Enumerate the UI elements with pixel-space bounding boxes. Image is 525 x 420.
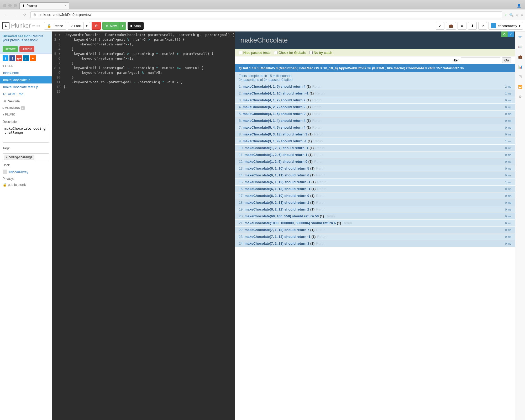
addthis-icon[interactable]: + (30, 55, 36, 61)
hide-passed-checkbox[interactable]: Hide passed tests (239, 51, 270, 55)
code-line[interactable]: -keyword">return -param">goal % -num">5; (64, 70, 234, 75)
filter-input[interactable] (461, 57, 500, 63)
minimize-window-icon[interactable] (8, 4, 12, 7)
fork-button[interactable]: ⑂Fork (68, 22, 83, 30)
browser-tab[interactable]: ⬇ Plunker × (19, 2, 69, 9)
rerun-link[interactable]: Rerun (312, 112, 322, 116)
test-row[interactable]: 13. makeChocolate(6, 1, 10) should retur… (235, 165, 515, 172)
test-row[interactable]: 19. makeChocolate(6, 2, 12) should retur… (235, 206, 515, 213)
rerun-link[interactable]: Rerun (314, 153, 323, 157)
code-line[interactable]: } (64, 61, 234, 66)
rerun-link[interactable]: Rerun (316, 166, 325, 170)
test-row[interactable]: 16. makeChocolate(6, 1, 13) should retur… (235, 186, 515, 192)
filter-go-button[interactable]: Go (502, 57, 511, 63)
rerun-link[interactable]: Rerun (312, 85, 322, 88)
test-row[interactable]: 12. makeChocolate(1, 2, 5) should return… (235, 158, 515, 165)
user-menu-icon[interactable]: 👤 (515, 3, 523, 8)
code-line[interactable]: -keyword">return -num">-1; (64, 56, 234, 61)
url-input[interactable]: 🗎 plnkr.co/edit/JnkDlo?p=preview (30, 11, 502, 18)
test-row[interactable]: 21. makeChocolate(1000, 1000000, 5000006… (235, 220, 515, 227)
test-row[interactable]: 20. makeChocolate(60, 100, 550) should r… (235, 213, 515, 220)
test-row[interactable]: 4. makeChocolate(6, 2, 7) should return … (235, 104, 515, 111)
user-link[interactable]: ericcarraway (9, 170, 28, 174)
rerun-link[interactable]: Rerun (314, 132, 323, 136)
code-editor[interactable]: 1 ▾2 ▾3 4 5 ▾6 7 8 ▾9 10 11 12 13 -keywo… (52, 32, 235, 420)
eye-icon[interactable]: 👁 (517, 33, 524, 40)
description-input[interactable]: makeChocolate coding challenge (3, 125, 49, 143)
bookmark-star-icon[interactable]: ☆ (516, 13, 519, 17)
tag-chip[interactable]: ×coding-challenge (4, 155, 34, 160)
file-item[interactable]: README.md (0, 91, 52, 98)
reload-button[interactable]: ⟳ (21, 11, 28, 18)
test-row[interactable]: 14. makeChocolate(6, 1, 11) should retur… (235, 172, 515, 179)
rerun-link[interactable]: Rerun (313, 139, 323, 143)
facebook-icon[interactable]: f (9, 55, 15, 61)
test-row[interactable]: 24. makeChocolate(7, 2, 13) should retur… (235, 240, 515, 247)
rerun-link[interactable]: Rerun (317, 187, 326, 191)
plunk-header[interactable]: ▾ PLUNK (0, 111, 52, 118)
rerun-link[interactable]: Rerun (315, 91, 324, 95)
file-item[interactable]: makeChocolate.js (0, 76, 52, 83)
download-button[interactable]: ⬇ (468, 22, 477, 30)
file-item[interactable]: makeChocolate.tests.js (0, 83, 52, 91)
open-external-button[interactable]: ↗ (478, 22, 487, 30)
test-row[interactable]: 7. makeChocolate(5, 4, 9) should return … (235, 124, 515, 131)
code-line[interactable]: -keyword">return -param">goal - -param">… (64, 80, 234, 85)
test-row[interactable]: 18. makeChocolate(6, 2, 11) should retur… (235, 199, 515, 206)
checklist-icon[interactable]: ☑ (517, 73, 524, 80)
rerun-link[interactable]: Rerun (343, 221, 352, 225)
rerun-link[interactable]: Rerun (316, 173, 325, 177)
code-line[interactable]: -keyword">if (-param">goal % -num">5 > -… (64, 37, 234, 42)
versions-header[interactable]: ▸ VERSIONS 3 (0, 105, 52, 111)
gear-icon[interactable]: ⚙ (517, 93, 524, 100)
test-row[interactable]: 3. makeChocolate(4, 1, 7) should return … (235, 97, 515, 104)
freeze-button[interactable]: 🔒Freeze (44, 22, 66, 30)
code-line[interactable]: -keyword">if (-param">goal > -param">big… (64, 51, 234, 56)
test-row[interactable]: 2. makeChocolate(4, 1, 10) should return… (235, 90, 515, 97)
code-line[interactable]: -keyword">if (-param">goal - -param">big… (64, 66, 234, 70)
test-row[interactable]: 10. makeChocolate(1, 2, 7) should return… (235, 145, 515, 151)
rerun-link[interactable]: Rerun (316, 242, 325, 245)
code-line[interactable]: } (64, 85, 234, 89)
files-header[interactable]: ▾ FILES (0, 63, 52, 69)
test-row[interactable]: 23. makeChocolate(7, 1, 13) should retur… (235, 233, 515, 240)
refresh-preview-icon[interactable]: ⟳ (501, 32, 508, 37)
user-menu[interactable]: ericcarraway ▾ (489, 22, 523, 30)
rerun-link[interactable]: Rerun (316, 194, 325, 198)
test-row[interactable]: 5. makeChocolate(4, 1, 5) should return … (235, 111, 515, 117)
code-content[interactable]: -keyword">function -func">makeChocolate(… (62, 32, 235, 420)
test-row[interactable]: 9. makeChocolate(3, 1, 9) should return … (235, 138, 515, 145)
rerun-link[interactable]: Rerun (316, 207, 325, 211)
rerun-link[interactable]: Rerun (312, 98, 322, 102)
file-item[interactable]: index.html (0, 69, 52, 76)
delete-button[interactable]: 🗑 (92, 22, 101, 30)
restore-button[interactable]: Restore (3, 46, 18, 52)
new-caret-button[interactable]: ▾ (119, 22, 126, 30)
fork-caret-button[interactable]: ▾ (83, 22, 90, 30)
forward-button[interactable]: → (12, 11, 19, 18)
app-logo[interactable]: ⬇ Plunkerv0.7.82 (2, 22, 40, 29)
rerun-link[interactable]: Rerun (315, 146, 324, 150)
rerun-link[interactable]: Rerun (312, 105, 322, 109)
rerun-link[interactable]: Rerun (326, 214, 335, 218)
no-trycatch-checkbox[interactable]: No try-catch (309, 51, 332, 55)
rerun-link[interactable]: Rerun (316, 201, 325, 204)
hamburger-menu-icon[interactable]: ≡ (521, 13, 523, 17)
test-row[interactable]: 8. makeChocolate(9, 3, 18) should return… (235, 131, 515, 138)
back-button[interactable]: ← (2, 11, 9, 18)
retweet-icon[interactable]: 🔁 (517, 83, 524, 90)
test-row[interactable]: 11. makeChocolate(1, 2, 6) should return… (235, 151, 515, 158)
test-row[interactable]: 22. makeChocolate(7, 1, 12) should retur… (235, 227, 515, 233)
googleplus-icon[interactable]: g+ (16, 55, 22, 61)
rerun-link[interactable]: Rerun (317, 235, 326, 239)
discard-button[interactable]: Discard (19, 46, 34, 52)
rerun-link[interactable]: Rerun (312, 125, 322, 129)
rerun-link[interactable]: Rerun (312, 119, 322, 123)
spellcheck-icon[interactable]: ✓ (504, 13, 507, 17)
maximize-window-icon[interactable] (14, 4, 17, 7)
rerun-link[interactable]: Rerun (314, 160, 323, 164)
test-row[interactable]: 15. makeChocolate(6, 1, 12) should retur… (235, 179, 515, 186)
linkedin-icon[interactable]: in (23, 55, 29, 61)
tag-remove-icon[interactable]: × (6, 155, 8, 159)
dashboard-icon[interactable]: 📊 (517, 63, 524, 70)
